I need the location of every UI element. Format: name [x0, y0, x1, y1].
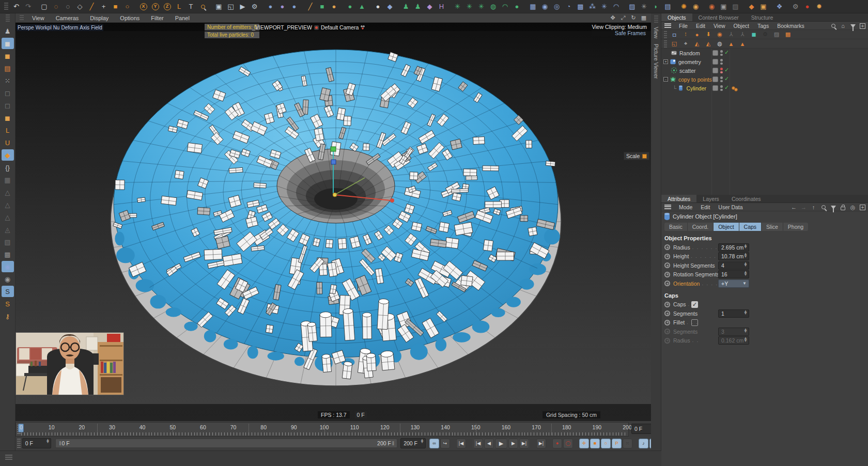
rotate-tool-icon[interactable]: ○: [122, 1, 133, 12]
volume-icon[interactable]: ■: [317, 1, 328, 12]
settings-gear-icon[interactable]: ⚙: [760, 30, 770, 39]
field-random-icon[interactable]: ✳: [476, 1, 487, 12]
menu-user-data[interactable]: User Data: [714, 204, 747, 210]
visibility-dots[interactable]: [720, 68, 723, 73]
play-forwards-button[interactable]: ▶: [495, 439, 507, 448]
import-icon[interactable]: ⬇: [703, 30, 714, 39]
camera-workplane-icon[interactable]: ◉: [2, 273, 14, 285]
magnify-icon[interactable]: [197, 1, 208, 12]
filter-icon[interactable]: [849, 23, 856, 29]
hamburger-icon[interactable]: [664, 23, 671, 28]
value-field[interactable]: 4▲▼: [718, 261, 749, 270]
filter-icon[interactable]: [830, 204, 836, 211]
volume-builder-icon[interactable]: ▣: [758, 1, 769, 12]
record-keyframe-button[interactable]: ●: [552, 439, 562, 448]
tab-attributes[interactable]: Attributes: [661, 195, 696, 203]
value-field[interactable]: 0.162 cm▲▼: [718, 336, 749, 345]
bulb-icon[interactable]: ◍: [715, 40, 725, 48]
z-axis-lock-icon[interactable]: Z: [162, 1, 173, 12]
spline-pen-icon[interactable]: ●: [277, 1, 288, 12]
menu-cameras[interactable]: Cameras: [51, 14, 84, 22]
camera-morph-icon[interactable]: ◉: [539, 1, 550, 12]
snap-grid-icon[interactable]: ▦: [2, 174, 14, 185]
branch-icon[interactable]: ⅄: [726, 30, 736, 39]
workplane-icon[interactable]: ▩: [2, 248, 14, 260]
object-label[interactable]: scatter: [679, 68, 696, 74]
noise-icon[interactable]: ▨: [730, 1, 741, 12]
softbody-icon[interactable]: ◗: [650, 1, 661, 12]
mograph-effector-icon[interactable]: ▲: [357, 1, 367, 12]
field-group-icon[interactable]: ◠: [500, 1, 510, 12]
simple-playback-button[interactable]: ↪: [440, 439, 450, 448]
primitive-cube-icon[interactable]: ●: [265, 1, 276, 12]
particles-icon[interactable]: ⁂: [587, 1, 598, 12]
y-axis-lock-icon[interactable]: Y: [150, 1, 161, 12]
toggle-views-icon[interactable]: ▦: [640, 14, 648, 22]
quantize-icon[interactable]: {}: [2, 162, 14, 173]
menu-view[interactable]: View: [27, 14, 50, 22]
snap-spline-icon[interactable]: ◬: [2, 224, 14, 235]
object-label[interactable]: Random: [679, 50, 700, 56]
snap-3d-icon[interactable]: ◆: [2, 149, 14, 161]
menu-view2[interactable]: View: [709, 23, 730, 29]
thinking-particles-icon[interactable]: ◉: [690, 1, 701, 12]
rectangle-selection-icon[interactable]: ◌: [51, 1, 61, 12]
viewport-menu-grip[interactable]: [20, 15, 24, 21]
keyframe-palette-icon[interactable]: ⚷: [2, 310, 14, 322]
coordinate-system-icon[interactable]: L: [174, 1, 184, 12]
render-region-icon[interactable]: ◱: [225, 1, 236, 12]
dropdown-field[interactable]: +Y▼: [718, 279, 749, 288]
points-mode-icon[interactable]: ⁙: [2, 75, 14, 86]
value-field[interactable]: 16▲▼: [718, 270, 749, 278]
polygons-mode-icon[interactable]: ◻: [2, 100, 14, 111]
frame-spinner-field[interactable]: 0 F ▲▼: [22, 438, 52, 448]
loop-playback-button[interactable]: ∞: [429, 439, 439, 448]
visibility-dots[interactable]: [720, 59, 723, 65]
camera-menu-icon[interactable]: [361, 25, 365, 29]
animate-radio-icon[interactable]: [664, 329, 670, 334]
pen-tool-icon[interactable]: ╱: [305, 1, 316, 12]
animate-radio-icon[interactable]: [664, 262, 670, 268]
character-figure-icon[interactable]: ♟: [400, 1, 411, 12]
mograph-cloner-icon[interactable]: ●: [345, 1, 355, 12]
texture-mode-icon[interactable]: ◼: [2, 50, 14, 61]
subdivision-icon[interactable]: ●: [289, 1, 300, 12]
render-settings-icon[interactable]: ⚙: [249, 1, 260, 12]
sculpt-hand-icon[interactable]: ●: [329, 1, 339, 12]
grid-array-icon[interactable]: ▤: [662, 1, 673, 12]
animate-radio-icon[interactable]: [664, 244, 670, 250]
add-spline-icon[interactable]: ⁝: [680, 30, 691, 39]
menu-edit2[interactable]: Edit: [696, 204, 714, 210]
undo-icon[interactable]: ↶: [11, 1, 22, 12]
solo-pair-icon[interactable]: ◭: [692, 40, 702, 48]
keyframe-pla-button[interactable]: ⁙: [623, 439, 632, 448]
cone-sphere-icon[interactable]: ▲: [726, 40, 736, 48]
animate-radio-icon[interactable]: [664, 302, 670, 307]
chip-coord[interactable]: Coord.: [688, 223, 714, 231]
spinner-arrows-icon[interactable]: ▲▼: [45, 439, 50, 444]
goto-end-button[interactable]: ▶|: [536, 439, 546, 448]
model-mode-icon[interactable]: ◼: [2, 38, 14, 49]
add-panel-icon[interactable]: +: [859, 23, 866, 29]
keyframe-rotation-button[interactable]: ○: [601, 439, 611, 448]
timeline-ruler[interactable]: 0102030405060708090100110120130140150160…: [16, 422, 629, 437]
live-selection-icon[interactable]: ▢: [39, 1, 50, 12]
polygon-selection-icon[interactable]: ◇: [74, 1, 85, 12]
palette-grip[interactable]: [6, 14, 10, 23]
snap-guide-icon[interactable]: ▧: [2, 236, 14, 247]
render-view-icon[interactable]: ▣: [213, 1, 224, 12]
tree-row-copy-to-points[interactable]: -copy to points✓: [661, 75, 868, 84]
menu-display[interactable]: Display: [85, 14, 114, 22]
rotate-view-icon[interactable]: ↻: [629, 14, 638, 22]
layer-color-box[interactable]: [712, 85, 718, 91]
enable-check-icon[interactable]: ✓: [724, 84, 729, 91]
field-shader-icon[interactable]: ◍: [488, 1, 499, 12]
voronoi-icon[interactable]: ▩: [575, 1, 586, 12]
add-cloner-icon[interactable]: ●: [692, 30, 702, 39]
magnet-snap-icon[interactable]: U: [2, 137, 14, 148]
menu-file[interactable]: File: [675, 23, 692, 29]
goto-start-button[interactable]: |◀: [456, 439, 466, 448]
character-skin-icon[interactable]: ◆: [424, 1, 435, 12]
enable-check-icon[interactable]: ✓: [724, 75, 729, 82]
autokeying-button[interactable]: ◯: [563, 439, 573, 448]
